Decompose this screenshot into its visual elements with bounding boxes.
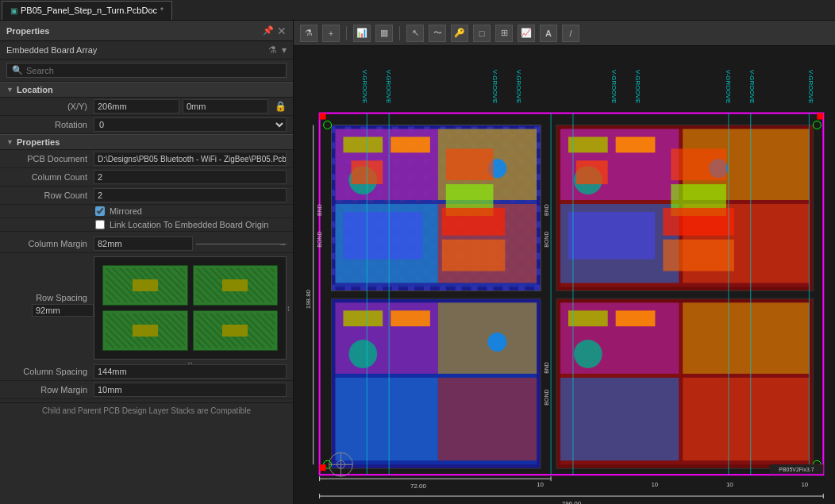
object-type-label: Embedded Board Array: [6, 45, 97, 55]
svg-rect-31: [343, 212, 421, 260]
layout-btn[interactable]: ▦: [375, 25, 393, 42]
object-type-row: Embedded Board Array ⚗ ▾: [0, 41, 293, 60]
svg-rect-25: [391, 137, 430, 152]
svg-text:10: 10: [537, 481, 544, 488]
wave-btn[interactable]: 〜: [429, 25, 446, 42]
canvas-content: V-GROOVE V-GROOVE V-GROOVE V-GROOVE V-GR…: [294, 46, 835, 504]
mirrored-row: Mirrored: [0, 205, 293, 218]
chart-line-btn[interactable]: 📈: [518, 25, 535, 42]
svg-text:V-GROOVE: V-GROOVE: [361, 70, 368, 103]
svg-text:V-GROOVE: V-GROOVE: [385, 70, 392, 103]
chart-btn[interactable]: 📊: [353, 25, 371, 42]
svg-text:10: 10: [801, 481, 808, 488]
x-value[interactable]: 206mm: [94, 99, 179, 113]
search-bar: 🔍: [0, 60, 293, 82]
svg-rect-60: [683, 302, 809, 374]
text-btn[interactable]: A: [540, 25, 557, 42]
rotation-select[interactable]: 0 90 180 270: [94, 117, 287, 132]
row-count-row: Row Count 2: [0, 187, 293, 205]
tab-bar: ▣ PB05_Panel_Step_n_Turn.PcbDoc *: [0, 0, 835, 21]
filter-btn[interactable]: ⚗: [300, 25, 317, 42]
tab-icon: ▣: [10, 6, 17, 15]
svg-text:BND: BND: [317, 204, 322, 216]
row-count-label: Row Count: [6, 190, 94, 200]
pcb-board-br: [193, 310, 279, 351]
section-location[interactable]: ▼ Location: [0, 82, 293, 98]
svg-rect-53: [438, 378, 537, 460]
xy-row: (X/Y) 206mm 0mm 🔒: [0, 98, 293, 116]
y-value[interactable]: 0mm: [183, 99, 268, 113]
mirrored-checkbox[interactable]: [95, 206, 105, 216]
row-margin-row: Row Margin 10mm: [0, 381, 293, 399]
panel-actions: 📌 ✕: [263, 25, 287, 37]
column-count-row: Column Count 2: [0, 168, 293, 187]
svg-rect-61: [560, 378, 679, 460]
rotation-label: Rotation: [6, 120, 94, 129]
rotation-row: Rotation 0 90 180 270: [0, 116, 293, 134]
search-icon: 🔍: [12, 65, 23, 75]
svg-rect-48: [663, 240, 734, 271]
svg-text:V-GROOVE: V-GROOVE: [725, 70, 732, 103]
row-margin-value[interactable]: 10mm: [94, 383, 287, 397]
toolbar-sep-2: [399, 26, 400, 40]
collapse-icon[interactable]: ▾: [282, 44, 287, 56]
panel-close-icon[interactable]: ✕: [277, 25, 287, 37]
svg-text:V-GROOVE: V-GROOVE: [748, 70, 756, 103]
lock-icon[interactable]: 🔒: [275, 101, 287, 112]
add-btn[interactable]: +: [322, 25, 340, 42]
properties-panel: Properties 📌 ✕ Embedded Board Array ⚗ ▾ …: [0, 21, 294, 504]
column-margin-row: Column Margin 82mm →: [0, 235, 293, 253]
compat-message: Child and Parent PCB Design Layer Stacks…: [0, 402, 293, 418]
properties-label: Properties: [17, 137, 60, 147]
panel-title: Properties: [6, 26, 49, 36]
section-properties[interactable]: ▼ Properties: [0, 134, 293, 150]
svg-point-57: [488, 333, 507, 352]
row-spacing-arrow: ↕: [287, 304, 291, 313]
panel-pin-icon[interactable]: 📌: [263, 25, 274, 36]
link-checkbox[interactable]: [95, 220, 105, 229]
col-spacing-arrow: ↔: [187, 359, 194, 367]
link-row: Link Location To Embedded Board Origin: [0, 218, 293, 232]
pcb-board-tl: [102, 265, 188, 306]
search-wrap: 🔍: [6, 63, 287, 78]
svg-rect-51: [438, 302, 537, 374]
svg-text:V-GROOVE: V-GROOVE: [491, 70, 498, 103]
tab-modified: *: [160, 6, 164, 15]
row-spacing-label: Row Spacing: [6, 293, 94, 302]
cursor-btn[interactable]: ↖: [406, 25, 424, 42]
svg-text:PB05V2Fix3.7: PB05V2Fix3.7: [779, 467, 814, 472]
pcb-doc-tab[interactable]: ▣ PB05_Panel_Step_n_Turn.PcbDoc *: [2, 1, 172, 20]
svg-text:BND: BND: [544, 362, 549, 374]
link-label: Link Location To Embedded Board Origin: [110, 220, 268, 229]
pcb-doc-value[interactable]: D:\Designs\PB05 Bluetooth - WiFi - ZigBe…: [94, 152, 287, 166]
pcb-doc-row: PCB Document D:\Designs\PB05 Bluetooth -…: [0, 150, 293, 168]
canvas-toolbar: ⚗ + 📊 ▦ ↖ 〜 🔑 □ ⊞ 📈 A /: [294, 21, 835, 46]
svg-rect-39: [568, 137, 608, 152]
svg-rect-29: [446, 148, 494, 180]
svg-rect-32: [442, 208, 506, 236]
row-count-value[interactable]: 2: [94, 188, 287, 202]
svg-rect-87: [320, 113, 326, 120]
filter-icon[interactable]: ⚗: [268, 44, 277, 56]
svg-text:296.00: 296.00: [562, 500, 582, 504]
location-arrow: ▼: [6, 86, 13, 94]
column-count-value[interactable]: 2: [94, 170, 287, 184]
line-btn[interactable]: /: [562, 25, 579, 42]
svg-rect-52: [336, 378, 438, 460]
row-spacing-value[interactable]: 92mm: [32, 304, 94, 317]
column-margin-label: Column Margin: [6, 239, 94, 248]
panel-header: Properties 📌 ✕: [0, 21, 293, 41]
square-btn[interactable]: □: [473, 25, 491, 42]
svg-rect-54: [343, 310, 383, 326]
svg-text:BOND: BOND: [544, 232, 549, 248]
svg-rect-47: [663, 208, 734, 236]
column-margin-value[interactable]: 82mm: [94, 237, 193, 251]
grid-btn[interactable]: ⊞: [495, 25, 513, 42]
search-input[interactable]: [26, 66, 281, 75]
mirrored-label: Mirrored: [110, 206, 142, 216]
pcb-doc-label: PCB Document: [6, 154, 94, 164]
xy-label: (X/Y): [6, 102, 94, 111]
svg-text:V-GROOVE: V-GROOVE: [634, 70, 641, 103]
svg-rect-64: [616, 310, 656, 326]
key-btn[interactable]: 🔑: [451, 25, 468, 42]
